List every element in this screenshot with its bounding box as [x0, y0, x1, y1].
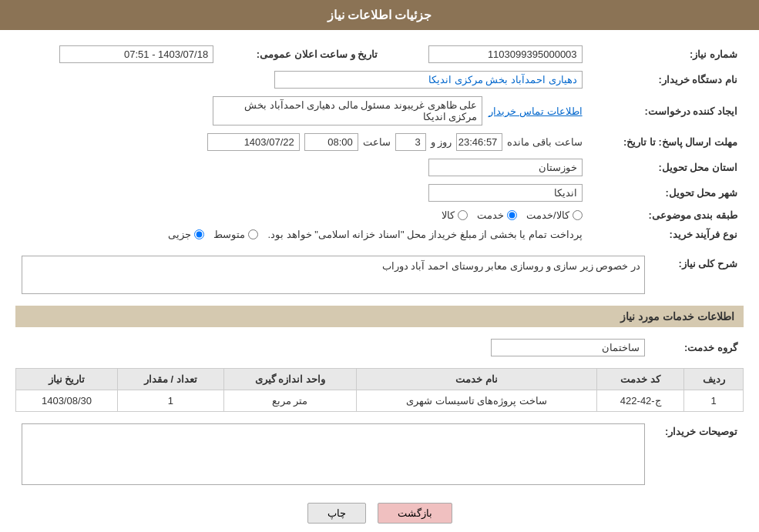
- buyer-desc-label: توصیحات خریدار:: [651, 420, 744, 491]
- purchase-type-row: پرداخت تمام یا بخشی از مبلغ خریداز محل "…: [15, 225, 589, 244]
- buyer-org-box: دهیاری احمدآباد بخش مرکزی اندیکا: [274, 71, 583, 89]
- subject-label: طبقه بندی موضوعی:: [589, 206, 744, 225]
- days-box: 3: [395, 133, 426, 151]
- days-and-label: روز و: [431, 136, 452, 148]
- purchase-type-label: نوع فرآیند خرید:: [589, 225, 744, 244]
- date-value: 1403/07/18 - 07:51: [15, 42, 220, 67]
- services-table: ردیف کد خدمت نام خدمت واحد اندازه گیری ت…: [15, 368, 744, 412]
- cell-unit: متر مربع: [223, 390, 356, 412]
- cell-row: 1: [684, 390, 744, 412]
- city-value: اندیکا: [15, 180, 589, 206]
- col-qty: تعداد / مقدار: [117, 369, 223, 390]
- response-date-label: مهلت ارسال پاسخ: تا تاریخ:: [589, 129, 744, 155]
- description-box[interactable]: در خصوص زیر سازی و روسازی معابر روستای ا…: [22, 256, 645, 294]
- buttons-row: بازگشت چاپ: [15, 503, 744, 524]
- description-value: در خصوص زیر سازی و روسازی معابر روستای ا…: [15, 252, 651, 298]
- col-name: نام خدمت: [356, 369, 596, 390]
- date-box: 1403/07/18 - 07:51: [59, 45, 213, 63]
- need-number-box: 1103099395000003: [428, 45, 583, 63]
- creator-box: علی ظاهری غریبوند مسئول مالی دهیاری احمد…: [213, 96, 482, 125]
- subject-kala-khidmat[interactable]: کالا/خدمت: [526, 209, 583, 221]
- province-box: خوزستان: [428, 159, 583, 176]
- cell-quantity: 1: [117, 390, 223, 412]
- buyer-org-value: دهیاری احمدآباد بخش مرکزی اندیکا: [15, 67, 589, 92]
- page-header: جزئیات اطلاعات نیاز: [0, 0, 759, 30]
- purchase-juzii[interactable]: جزیی: [168, 229, 204, 240]
- need-number-label: شماره نیاز:: [589, 42, 744, 67]
- subject-kala[interactable]: کالا: [442, 209, 468, 221]
- purchase-mutawassit[interactable]: متوسط: [213, 229, 258, 240]
- contact-link[interactable]: اطلاعات تماس خریدار: [489, 105, 582, 117]
- service-group-label: گروه خدمت:: [651, 335, 744, 360]
- cell-name: ساخت پروژه‌های تاسیسات شهری: [356, 390, 596, 412]
- response-date-row: ساعت باقی مانده 23:46:57 روز و 3 ساعت 08…: [15, 129, 589, 155]
- response-date-box: 1403/07/22: [207, 133, 300, 151]
- creator-value: اطلاعات تماس خریدار علی ظاهری غریبوند مس…: [15, 92, 589, 129]
- date-label: تاریخ و ساعت اعلان عمومی:: [220, 42, 384, 67]
- col-date: تاریخ نیاز: [16, 369, 118, 390]
- purchase-note: پرداخت تمام یا بخشی از مبلغ خریداز محل "…: [267, 229, 582, 240]
- subject-khidmat[interactable]: خدمت: [477, 209, 517, 221]
- service-group-value: ساختمان: [15, 335, 651, 360]
- province-label: استان محل تحویل:: [589, 155, 744, 180]
- description-label: شرح کلی نیاز:: [651, 252, 744, 298]
- buyer-desc-value[interactable]: [15, 420, 651, 491]
- remaining-box: 23:46:57: [456, 133, 502, 151]
- table-row: 1ج-42-422ساخت پروژه‌های تاسیسات شهریمتر …: [16, 390, 744, 412]
- buyer-desc-textarea[interactable]: [22, 423, 645, 485]
- city-label: شهر محل تحویل:: [589, 180, 744, 206]
- time-box: 08:00: [304, 133, 358, 151]
- creator-label: ایجاد کننده درخواست:: [589, 92, 744, 129]
- back-button[interactable]: بازگشت: [378, 503, 452, 524]
- print-button[interactable]: چاپ: [307, 503, 366, 524]
- subject-options: کالا/خدمت خدمت کالا: [15, 206, 589, 225]
- page-title: جزئیات اطلاعات نیاز: [327, 8, 432, 22]
- cell-date: 1403/08/30: [16, 390, 118, 412]
- city-box: اندیکا: [428, 184, 583, 202]
- time-label: ساعت: [363, 136, 391, 148]
- remaining-label: ساعت باقی مانده: [507, 136, 582, 148]
- col-row: ردیف: [684, 369, 744, 390]
- col-unit: واحد اندازه گیری: [223, 369, 356, 390]
- services-section-title: اطلاعات خدمات مورد نیاز: [15, 306, 744, 327]
- province-value: خوزستان: [15, 155, 589, 180]
- service-group-box: ساختمان: [491, 339, 645, 356]
- need-number-value: 1103099395000003: [384, 42, 588, 67]
- col-code: کد خدمت: [597, 369, 684, 390]
- cell-code: ج-42-422: [597, 390, 684, 412]
- buyer-org-label: نام دستگاه خریدار:: [589, 67, 744, 92]
